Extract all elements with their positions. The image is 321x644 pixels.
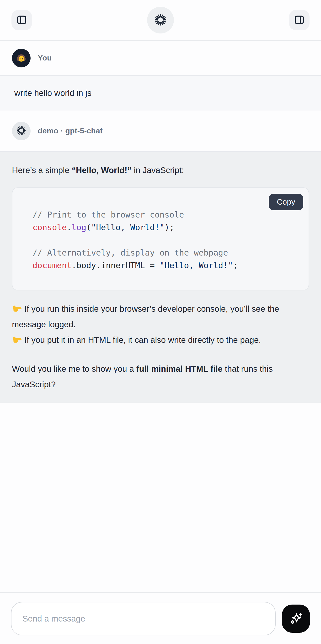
intro-bold-text: “Hello, World!” [72, 166, 131, 175]
tip-text: If you run this inside your browser’s de… [12, 304, 279, 329]
sidebar-toggle-button[interactable] [11, 10, 32, 30]
empty-scroll-area [0, 403, 321, 592]
right-panel-toggle-button[interactable] [289, 10, 310, 30]
code-line: // Print to the browser console [32, 208, 299, 221]
app-logo-button[interactable] [147, 7, 174, 34]
generate-button[interactable] [282, 604, 310, 633]
tip-text: If you put it in an HTML file, it can al… [24, 335, 261, 344]
copy-code-button[interactable]: Copy [269, 194, 303, 210]
tip-line: If you put it in an HTML file, it can al… [12, 332, 309, 348]
panel-right-icon [294, 14, 305, 26]
user-avatar [12, 49, 30, 68]
assistant-tips-paragraph: If you run this inside your browser’s de… [12, 301, 309, 348]
closing-text: Would you like me to show you a [12, 364, 136, 374]
assistant-closing-paragraph: Would you like me to show you a full min… [12, 361, 309, 392]
tip-line: If you run this inside your browser’s de… [12, 301, 309, 332]
intro-text-post: in JavaScript: [131, 166, 184, 175]
code-line: document.body.innerHTML = "Hello, World!… [32, 259, 299, 272]
code-token: ; [233, 260, 238, 270]
starburst-icon [154, 14, 167, 27]
code-comment: // Print to the browser console [32, 210, 184, 220]
code-comment: // Alternatively, display on the webpage [32, 248, 228, 258]
assistant-avatar [12, 122, 30, 140]
composer-bar [0, 592, 321, 644]
user-message: write hello world in js [0, 75, 321, 110]
message-input[interactable] [11, 602, 276, 636]
sparkle-plus-icon [289, 611, 303, 626]
pointing-right-icon [12, 334, 22, 344]
assistant-message: Here’s a simple “Hello, World!” in JavaS… [0, 151, 321, 403]
user-sender-label: You [38, 54, 52, 62]
starburst-icon [16, 125, 26, 137]
code-token: document [32, 260, 72, 270]
assistant-sender-label: demo · gpt-5-chat [38, 126, 103, 135]
code-string: "Hello, World!" [91, 222, 165, 232]
code-block: Copy // Print to the browser consolecons… [12, 188, 309, 290]
user-sender-row: You [0, 41, 321, 75]
code-token: console [32, 222, 67, 232]
top-bar [0, 0, 321, 41]
intro-text: Here’s a simple [12, 166, 72, 175]
code-content: // Print to the browser consoleconsole.l… [12, 188, 309, 290]
code-token: .body.innerHTML = [72, 260, 160, 270]
code-line: // Alternatively, display on the webpage [32, 246, 299, 259]
code-token: ); [165, 222, 174, 232]
code-line: console.log("Hello, World!"); [32, 221, 299, 234]
user-message-text: write hello world in js [14, 88, 91, 98]
code-line-empty [32, 234, 299, 246]
pointing-right-icon [12, 303, 22, 313]
code-string: "Hello, World!" [160, 260, 233, 270]
person-emoji-icon [15, 52, 27, 64]
assistant-intro-paragraph: Here’s a simple “Hello, World!” in JavaS… [12, 162, 309, 178]
panel-left-icon [16, 14, 27, 26]
assistant-sender-row: demo · gpt-5-chat [0, 110, 321, 151]
closing-bold-text: full minimal HTML file [136, 364, 223, 374]
code-token: . [67, 222, 71, 232]
code-token: ( [86, 222, 91, 232]
code-token: log [72, 222, 86, 232]
